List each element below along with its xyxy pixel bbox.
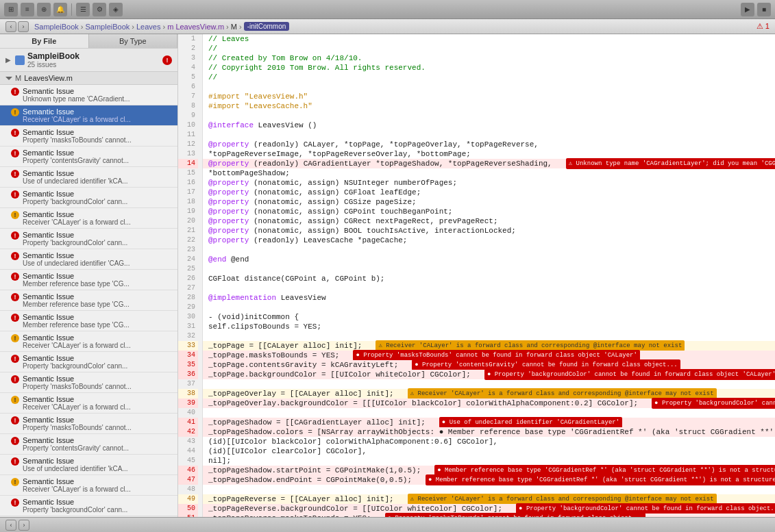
line-number: 16 [178,178,198,188]
code-text: _topPageShadow.endPoint = CGPointMake(0,… [208,475,412,485]
file-icon: M [15,74,21,82]
bottom-bar: ‹ › [0,517,775,532]
toolbar-nav-icon[interactable]: ◈ [109,3,123,16]
code-line [203,303,775,312]
line-number: 28 [178,293,198,303]
issue-detail: Property 'contentsGravity' cannot... [23,157,129,164]
code-text: _topPageShadow.startPoint = CGPointMake(… [208,466,421,475]
toolbar-stop-icon[interactable]: ■ [757,3,771,16]
code-lines[interactable]: // Leaves//// Created by Tom Brow on 4/1… [203,34,775,517]
line-number: 11 [178,130,198,140]
line-number: 33 [178,341,198,351]
issue-detail: Receiver 'CALayer' is a forward cl... [23,342,131,349]
inline-annotation: ● Use of undeclared identifier 'CAGradie… [439,417,622,428]
issue-icon-error [11,498,19,507]
issue-title: Semantic Issue [23,231,127,239]
breadcrumb-sampleibook1[interactable]: SampleiBook [34,23,79,31]
sidebar-issue-item[interactable]: Semantic IssueProperty 'masksToBounds' c… [0,372,177,393]
sidebar-issue-item[interactable]: Semantic IssueUnknown type name 'CAGradi… [0,85,177,105]
tab-by-file[interactable]: By File [0,34,89,48]
issue-icon-warning [11,478,19,486]
issue-icon-error [11,437,19,445]
issue-title: Semantic Issue [23,107,131,116]
tab-by-type[interactable]: By Type [89,34,178,48]
sidebar-issue-item[interactable]: Semantic IssueUse of undeclared identifi… [0,455,177,475]
issue-title: Semantic Issue [23,395,131,403]
sidebar-issue-item[interactable]: Semantic IssueReceiver 'CALayer' is a fo… [0,331,177,352]
line-number: 29 [178,303,198,312]
code-text: @property (nonatomic, assign) CGPoint to… [208,207,452,216]
code-line: // [203,44,775,53]
issue-icon-error [11,129,19,137]
toolbar: ⊞ ≡ ⊕ 🔔 ☰ ⚙ ◈ ▶ ■ [0,0,775,19]
sidebar-issue-item[interactable]: Semantic IssueProperty 'backgroundColor'… [0,229,177,249]
sidebar-issue-item[interactable]: Semantic IssueProperty 'masksToBounds' c… [0,126,177,147]
breadcrumb-sampleibook2[interactable]: SampleiBook [86,23,130,31]
breadcrumb-sep5: › [239,23,242,31]
toolbar-grid-icon[interactable]: ⊞ [4,3,18,16]
toolbar-globe-icon[interactable]: ⊕ [37,3,51,16]
sidebar-issue-item[interactable]: Semantic IssueProperty 'masksToBounds' c… [0,414,177,434]
sidebar-issue-item[interactable]: Semantic IssueProperty 'backgroundColor'… [0,352,177,372]
file-triangle-icon [5,77,12,80]
code-text: _topPage.masksToBounds = YES; [208,351,339,360]
issue-icon-error [11,231,19,240]
sidebar-issue-item[interactable]: Semantic IssueMember reference base type… [0,270,177,290]
bottom-prev-btn[interactable]: ‹ [5,520,16,531]
issue-title: Semantic Issue [23,292,130,301]
breadcrumb-back-btn[interactable]: ‹ [5,21,16,32]
breadcrumb-method[interactable]: -initCommon [244,22,290,31]
line-number: 25 [178,264,198,274]
code-line: @property (readonly) CALayer, *topPage, … [203,140,775,149]
code-text: self.clipsToBounds = YES; [208,322,321,331]
breadcrumb-file[interactable]: m LeavesView.m [167,23,224,31]
code-line [203,111,775,121]
code-text: *topPageReverseImage, *topPageReverseOve… [208,149,471,159]
sidebar-issue-item[interactable]: Semantic IssueReceiver 'CALayer' is a fo… [0,105,177,126]
toolbar-cpu-icon[interactable]: ⚙ [93,3,106,16]
breadcrumb-forward-btn[interactable]: › [18,21,29,32]
line-number: 31 [178,322,198,331]
sidebar-issue-item[interactable]: Semantic IssueUse of undeclared identifi… [0,167,177,188]
line-number: 47 [178,475,198,485]
sidebar-issue-item[interactable]: Semantic IssueProperty 'backgroundColor'… [0,188,177,208]
code-text: (id)[[UIColor blackColor] colorWithAlpha… [208,437,497,446]
code-line: nil]; [203,456,775,466]
issue-icon-error [11,170,19,178]
sidebar-issue-item[interactable]: Semantic IssueProperty 'backgroundColor'… [0,496,177,516]
line-number: 30 [178,312,198,322]
issue-icon-warning [11,211,19,219]
breadcrumb-leaves[interactable]: Leaves [136,23,160,31]
toolbar-run-icon[interactable]: ▶ [741,3,754,16]
sidebar-project: ▶ SampleiBook 25 issues ! [0,49,177,72]
toolbar-bell-icon[interactable]: 🔔 [53,3,67,16]
project-icon [15,55,25,65]
code-text: _topPageShadow = [[CAGradientLayer alloc… [208,418,426,427]
sidebar-issue-item[interactable]: Semantic IssueUse of undeclared identifi… [0,249,177,270]
sidebar-issue-item[interactable]: Semantic IssueReceiver 'CALayer' is a fo… [0,393,177,414]
issue-detail: Member reference base type 'CG... [23,280,130,288]
issue-detail: Unknown type name 'CAGradient... [23,95,130,103]
sidebar-issue-item[interactable]: Semantic IssueMember reference base type… [0,290,177,311]
sidebar-issue-item[interactable]: Semantic IssueProperty 'contentsGravity'… [0,434,177,455]
code-line: self.clipsToBounds = YES; [203,322,775,331]
code-line: - (void)initCommon { [203,312,775,322]
bottom-next-btn[interactable]: › [19,520,29,531]
line-number: 6 [178,82,198,92]
issue-detail: Use of undeclared identifier 'kCA... [23,465,128,472]
toolbar-list-icon[interactable]: ☰ [76,3,90,16]
sidebar-issue-item[interactable]: Semantic IssueProperty 'contentsGravity'… [0,147,177,167]
code-line: // [203,73,775,82]
code-text: _topPage.backgroundColor = [[UIColor whi… [208,370,471,379]
inline-annotation: ⚠ Unknown type name 'CAGradientLayer'; d… [566,158,775,169]
sidebar: By File By Type ▶ SampleiBook 25 issues … [0,34,178,517]
sidebar-issue-item[interactable]: Semantic IssueReceiver 'CALayer' is a fo… [0,208,177,229]
line-number: 38 [178,389,198,398]
line-number: 42 [178,427,198,437]
sidebar-issue-item[interactable]: Semantic IssueReceiver 'CALayer' is a fo… [0,475,177,496]
code-text: _topPageReverse.backgroundColor = [[UICo… [208,504,502,514]
line-number: 36 [178,370,198,379]
issue-icon-warning [11,334,19,342]
sidebar-issue-item[interactable]: Semantic IssueMember reference base type… [0,311,177,331]
toolbar-layers-icon[interactable]: ≡ [21,3,34,16]
